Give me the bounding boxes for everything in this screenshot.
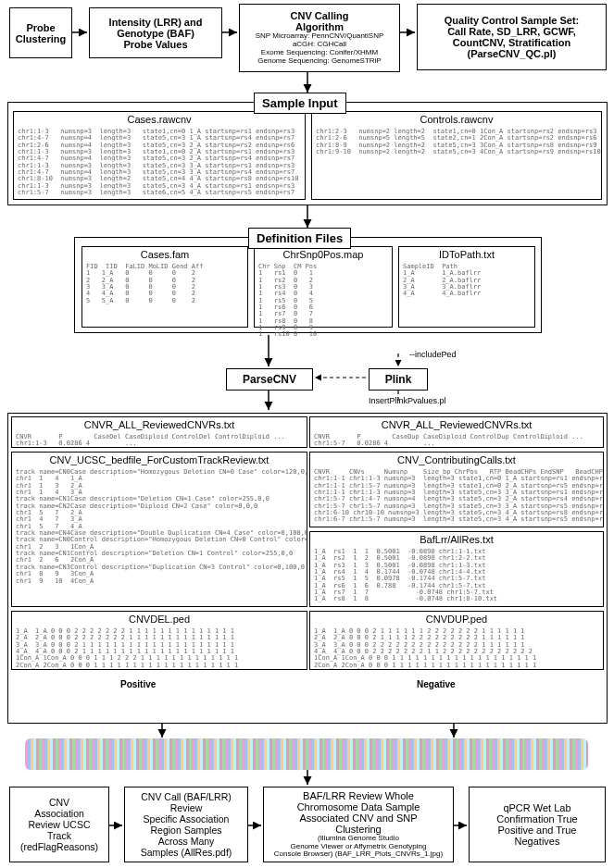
reviewed-right-content: CNVR P CaseDup CaseDiploid ControlDup Co… <box>310 432 603 450</box>
controls-rawcnv-box: Controls.rawcnv chr1:2-3 numsnp=2 length… <box>311 111 602 200</box>
reviewed-left-title: CNVR_ALL_ReviewedCNVRs.txt <box>12 417 307 432</box>
cnv-call-label: CNV Call (BAF/LRR) Review Specific Assoc… <box>141 791 232 858</box>
cases-rawcnv-content: chr1:1-3 numsnp=3 length=3 state1,cn=0 1… <box>14 127 305 198</box>
plink-label: Plink <box>385 373 412 386</box>
chromosome-ideogram <box>25 738 588 770</box>
del-box: CNVDEL.ped 1_A 1_A 0 0 0 2 2 2 2 2 2 2 1… <box>11 611 307 670</box>
qpcr-label: qPCR Wet Lab Confirmation True Positive … <box>496 802 577 847</box>
map-content: Chr Snp CM Pos 1 rs1 0 1 1 rs2 0 2 1 rs3… <box>255 262 392 341</box>
baf-lrr-label: BAF/LRR Review Whole Chromosome Data Sam… <box>297 790 420 835</box>
baf-lrr-sub: (Illumina Genome Studio Genome Viewer or… <box>274 835 443 859</box>
ucsc-title: CNV_UCSC_bedfile_ForCustomTrackReview.tx… <box>12 453 307 467</box>
positive-label: Positive <box>120 679 156 689</box>
dup-title: CNVDUP.ped <box>310 612 603 626</box>
cases-fam-content: FID IID FaLID MoLID Gend Aff 1 1_A 0 0 0… <box>82 262 247 306</box>
qc-label: Quality Control Sample Set: Call Rate, S… <box>445 15 579 59</box>
intensity-box: Intensity (LRR) and Genotype (BAF) Probe… <box>89 7 222 58</box>
ucsc-content: track name=CN0Case description="Homozygo… <box>12 467 307 587</box>
cnv-call-box: CNV Call (BAF/LRR) Review Specific Assoc… <box>124 787 248 862</box>
cnv-calling-title: CNV Calling Algorithm <box>291 10 349 32</box>
intensity-label: Intensity (LRR) and Genotype (BAF) Probe… <box>109 17 203 50</box>
contrib-box: CNV_ContributingCalls.txt CNVR CNVs Nums… <box>309 452 604 527</box>
qc-box: Quality Control Sample Set: Call Rate, S… <box>417 4 607 70</box>
idtopath-title: IDToPath.txt <box>399 247 534 262</box>
baflrr-title: BafLrr/AllRes.txt <box>310 532 603 547</box>
controls-rawcnv-title: Controls.rawcnv <box>312 112 601 127</box>
parsecnv-label: ParseCNV <box>243 373 296 386</box>
map-box: ChrSnp0Pos.map Chr Snp CM Pos 1 rs1 0 1 … <box>254 246 393 328</box>
probe-clustering-box: Probe Clustering <box>9 7 72 58</box>
sample-input-header: Sample Input <box>254 93 346 114</box>
qpcr-box: qPCR Wet Lab Confirmation True Positive … <box>469 787 606 862</box>
cnv-assoc-box: CNV Association Review UCSC Track (redFl… <box>9 787 109 862</box>
parsecnv-box: ParseCNV <box>226 368 313 391</box>
reviewed-right-title: CNVR_ALL_ReviewedCNVRs.txt <box>310 417 603 432</box>
cnv-calling-sub: SNP Microarray: PennCNV/QuantiSNP aCGH: … <box>256 32 384 65</box>
idtopath-box: IDToPath.txt SampleID Path 1_A 1_A.baflr… <box>398 246 535 328</box>
contrib-title: CNV_ContributingCalls.txt <box>310 453 603 467</box>
reviewed-left-box: CNVR_ALL_ReviewedCNVRs.txt CNVR P CaseDe… <box>11 416 307 448</box>
cases-rawcnv-title: Cases.rawcnv <box>14 112 305 127</box>
ucsc-box: CNV_UCSC_bedfile_ForCustomTrackReview.tx… <box>11 452 307 607</box>
reviewed-right-box: CNVR_ALL_ReviewedCNVRs.txt CNVR P CaseDu… <box>309 416 604 448</box>
dup-content: 1_A 1_A 0 0 0 2 1 1 1 1 1 1 2 2 2 2 2 2 … <box>310 626 603 671</box>
idtopath-content: SampleID Path 1_A 1_A.baflrr 2_A 2_A.baf… <box>399 262 534 300</box>
controls-rawcnv-content: chr1:2-3 numsnp=2 length=2 state1,cn=0 1… <box>312 127 601 157</box>
contrib-content: CNVR CNVs Numsnp Size_bp ChrPos RTP Bead… <box>310 467 603 526</box>
cnv-calling-box: CNV Calling Algorithm SNP Microarray: Pe… <box>239 4 400 72</box>
del-title: CNVDEL.ped <box>12 612 307 626</box>
del-content: 1_A 1_A 0 0 0 2 2 2 2 2 2 2 1 1 1 1 1 1 … <box>12 626 307 671</box>
includeped-label: --includePed <box>409 350 457 359</box>
insertplink-label: InsertPlinkPvalues.pl <box>369 396 446 405</box>
probe-clustering-label: Probe Clustering <box>16 22 66 44</box>
map-title: ChrSnp0Pos.map <box>255 247 392 262</box>
cases-rawcnv-box: Cases.rawcnv chr1:1-3 numsnp=3 length=3 … <box>13 111 306 200</box>
baflrr-box: BafLrr/AllRes.txt 1_A rs1 1 1 0.5001 -0.… <box>309 531 604 607</box>
plink-box: Plink <box>369 368 428 391</box>
baf-lrr-box: BAF/LRR Review Whole Chromosome Data Sam… <box>263 787 454 862</box>
reviewed-left-content: CNVR P CaseDel CaseDiploid ControlDel Co… <box>12 432 307 450</box>
cases-fam-box: Cases.fam FID IID FaLID MoLID Gend Aff 1… <box>81 246 248 328</box>
cases-fam-title: Cases.fam <box>82 247 247 262</box>
negative-label: Negative <box>417 679 456 689</box>
baflrr-content: 1_A rs1 1 1 0.5001 -0.0898 chr1:1-1.txt … <box>310 547 603 605</box>
dup-box: CNVDUP.ped 1_A 1_A 0 0 0 2 1 1 1 1 1 1 2… <box>309 611 604 670</box>
definition-header: Definition Files <box>248 228 351 249</box>
cnv-assoc-label: CNV Association Review UCSC Track (redFl… <box>20 797 98 852</box>
